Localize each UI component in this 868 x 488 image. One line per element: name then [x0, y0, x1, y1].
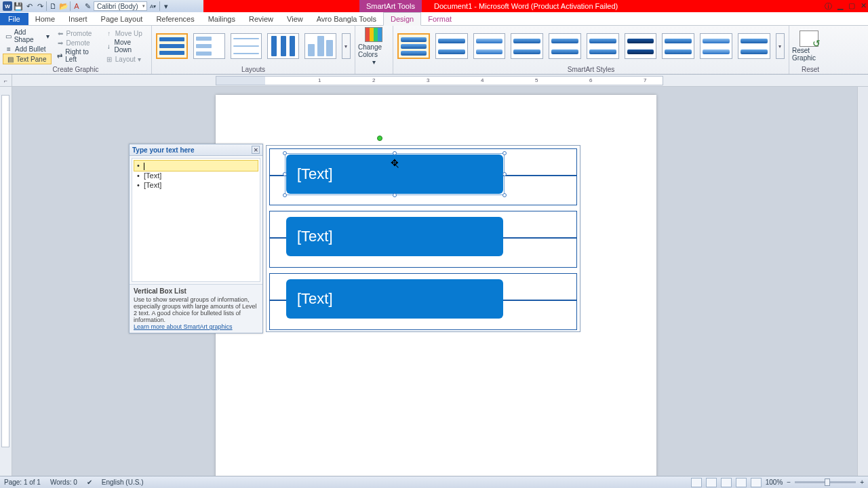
tab-avro[interactable]: Avro Bangla Tools [310, 13, 383, 25]
text-pane-close-icon[interactable]: ✕ [252, 146, 260, 154]
smartart-row-2[interactable]: [Text] [269, 211, 577, 268]
view-outline-icon[interactable] [736, 478, 747, 487]
status-language[interactable]: English (U.S.) [102, 479, 144, 486]
qat-customize-icon[interactable]: ▾ [161, 1, 171, 11]
tab-mailings[interactable]: Mailings [201, 13, 242, 25]
tab-references[interactable]: References [149, 13, 201, 25]
font-color-icon[interactable]: A [72, 1, 81, 11]
status-page[interactable]: Page: 1 of 1 [4, 479, 41, 486]
document-area: Type your text here ✕ [Text] [Text] Vert… [0, 87, 868, 476]
style-thumb-1[interactable] [397, 33, 430, 59]
demote-button[interactable]: ➡Demote [54, 38, 100, 47]
zoom-slider[interactable] [795, 481, 856, 483]
layout-thumb-4[interactable] [267, 33, 299, 59]
font-name-combo[interactable]: Calibri (Body) [94, 1, 147, 11]
new-icon[interactable]: 🗋 [48, 1, 58, 11]
tab-format[interactable]: Format [421, 13, 458, 25]
ribbon: ▭Add Shape ▾ ≡Add Bullet ▤Text Pane ⬅Pro… [0, 26, 868, 75]
layout-thumb-1[interactable] [156, 33, 188, 59]
text-pane-info-desc: Use to show several groups of informatio… [134, 296, 258, 323]
style-thumb-5[interactable] [549, 33, 581, 59]
promote-button[interactable]: ⬅Promote [54, 28, 100, 38]
text-pane-learn-more-link[interactable]: Learn more about SmartArt graphics [134, 323, 233, 330]
view-print-layout-icon[interactable] [691, 478, 702, 487]
style-thumb-9[interactable] [700, 33, 732, 59]
undo-icon[interactable]: ↶ [24, 1, 34, 11]
group-layouts-label: Layouts [155, 65, 352, 74]
status-proofing-icon[interactable]: ✔ [87, 479, 92, 486]
close-icon[interactable]: ✕ [861, 1, 867, 12]
style-thumb-8[interactable] [662, 33, 694, 59]
move-up-button[interactable]: ↑Move Up [103, 28, 149, 38]
redo-icon[interactable]: ↷ [35, 1, 45, 11]
document-title: Document1 - Microsoft Word (Product Acti… [434, 2, 618, 10]
add-bullet-button[interactable]: ≡Add Bullet [3, 44, 52, 54]
rotation-handle[interactable] [377, 136, 382, 141]
vertical-ruler[interactable] [0, 87, 12, 476]
status-bar: Page: 1 of 1 Words: 0 ✔ English (U.S.) 1… [0, 476, 868, 488]
style-thumb-6[interactable] [587, 33, 619, 59]
tab-review[interactable]: Review [242, 13, 280, 25]
maximize-icon[interactable]: ▢ [848, 1, 855, 12]
shrink-font-icon[interactable]: A▾ [149, 1, 158, 11]
add-shape-button[interactable]: ▭Add Shape ▾ [3, 28, 52, 44]
smartart-text-pane[interactable]: Type your text here ✕ [Text] [Text] Vert… [129, 144, 263, 333]
style-thumb-2[interactable] [435, 33, 468, 59]
highlight-icon[interactable]: ✎ [83, 1, 92, 11]
tab-design[interactable]: Design [383, 12, 421, 26]
text-pane-icon: ▤ [6, 55, 14, 63]
status-words[interactable]: Words: 0 [50, 479, 77, 486]
text-pane-item-2[interactable]: [Text] [134, 171, 258, 180]
move-down-icon: ↓ [105, 42, 113, 50]
smartart-box-3[interactable]: [Text] [286, 279, 503, 319]
zoom-out-button[interactable]: − [787, 479, 791, 486]
group-create-graphic-label: Create Graphic [3, 65, 149, 74]
help-icon[interactable]: ⓘ [825, 1, 832, 12]
view-draft-icon[interactable] [751, 478, 762, 487]
smartart-row-3[interactable]: [Text] [269, 273, 577, 330]
smartart-row-1[interactable]: [Text] [269, 148, 577, 205]
tab-file[interactable]: File [0, 13, 28, 25]
text-pane-item-1[interactable] [134, 161, 258, 171]
layout-thumb-2[interactable] [193, 33, 225, 59]
move-down-button[interactable]: ↓Move Down [103, 38, 149, 54]
view-web-layout-icon[interactable] [721, 478, 732, 487]
change-colors-icon [365, 27, 382, 42]
tab-insert[interactable]: Insert [62, 13, 94, 25]
style-thumb-7[interactable] [625, 33, 657, 59]
change-colors-button[interactable]: Change Colors ▾ [358, 27, 389, 66]
layouts-more-button[interactable]: ▾ [342, 33, 351, 59]
zoom-level[interactable]: 100% [766, 479, 783, 486]
quick-access-toolbar: W 💾 ↶ ↷ 🗋 📂 A ✎ Calibri (Body) A▾ ▾ [0, 0, 203, 12]
style-thumb-3[interactable] [473, 33, 506, 59]
minimize-icon[interactable]: ▁ [837, 1, 843, 12]
group-styles-label: SmartArt Styles [396, 65, 786, 74]
layout-icon: ⊞ [105, 55, 113, 63]
styles-more-button[interactable]: ▾ [776, 33, 785, 59]
smartart-box-1[interactable]: [Text] [286, 155, 503, 194]
save-icon[interactable]: 💾 [14, 1, 23, 11]
layout-thumb-3[interactable] [231, 33, 262, 59]
tab-view[interactable]: View [280, 13, 310, 25]
horizontal-ruler[interactable]: 1234567 [216, 76, 663, 85]
smartart-canvas[interactable]: [Text] [Text] [Text] [266, 145, 580, 332]
view-full-screen-icon[interactable] [706, 478, 717, 487]
zoom-in-button[interactable]: + [860, 479, 864, 486]
right-to-left-button[interactable]: ⇄Right to Left [54, 47, 100, 64]
rtl-icon: ⇄ [56, 52, 64, 60]
tab-home[interactable]: Home [28, 13, 62, 25]
layout-button[interactable]: ⊞Layout ▾ [103, 54, 149, 64]
tab-page-layout[interactable]: Page Layout [94, 13, 150, 25]
vertical-scrollbar[interactable] [857, 87, 868, 476]
open-icon[interactable]: 📂 [59, 1, 68, 11]
text-pane-button[interactable]: ▤Text Pane [3, 54, 52, 64]
text-pane-item-3[interactable]: [Text] [134, 180, 258, 190]
style-thumb-4[interactable] [511, 33, 543, 59]
smartart-box-2[interactable]: [Text] [286, 217, 503, 256]
ruler-corner-icon[interactable]: ⌐ [0, 75, 12, 87]
text-pane-list[interactable]: [Text] [Text] [132, 158, 260, 282]
layout-thumb-5[interactable] [304, 33, 336, 59]
reset-graphic-button[interactable]: Reset Graphic [792, 30, 826, 62]
group-reset-label: Reset [792, 65, 829, 74]
style-thumb-10[interactable] [738, 33, 770, 59]
